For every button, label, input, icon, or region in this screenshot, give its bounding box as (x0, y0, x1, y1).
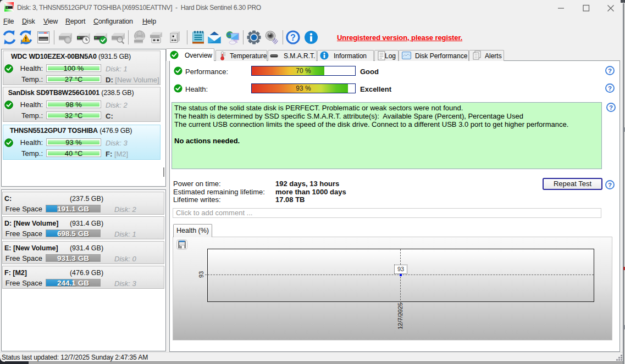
svg-text:?: ? (608, 85, 612, 92)
svg-text:?: ? (290, 33, 296, 42)
svg-text:?: ? (609, 104, 613, 111)
svg-text:?: ? (608, 68, 612, 74)
svg-text:?: ? (608, 182, 612, 188)
